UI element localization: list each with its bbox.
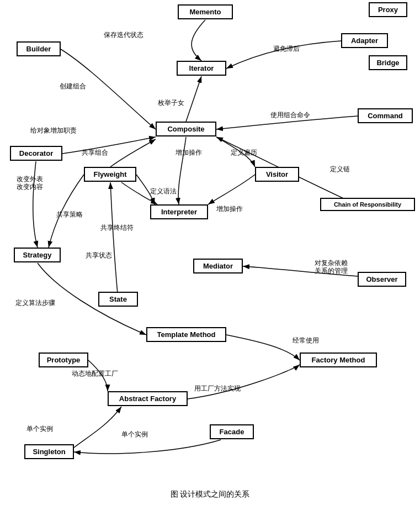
label-4: 使用组合命令 (270, 111, 310, 120)
label-19: 定义算法步骤 (15, 298, 55, 308)
box-memento: Memento (178, 4, 233, 19)
label-11: 增加操作 (216, 204, 243, 214)
label-6: 共享组合 (82, 148, 108, 157)
box-iterator: Iterator (177, 61, 226, 76)
box-factory-method: Factory Method (300, 353, 377, 367)
box-flyweight: Flyweight (84, 167, 136, 182)
box-state: State (98, 292, 138, 307)
label-24: 单个实例 (121, 430, 148, 439)
label-1: 创建组合 (60, 82, 86, 91)
label-21: 动态地配置工厂 (72, 369, 118, 378)
label-16: 共享状态 (86, 251, 112, 260)
label-10: 定义语法 (150, 187, 177, 196)
label-13: 改变内容 (17, 182, 43, 192)
box-adapter: Adapter (341, 33, 388, 48)
box-observer: Observer (358, 272, 406, 287)
label-18: 关系的管理 (315, 266, 348, 276)
box-visitor: Visitor (255, 167, 299, 182)
label-9: 定义链 (330, 165, 350, 174)
label-22: 用工厂方法实现 (194, 384, 241, 393)
label-23: 单个实例 (26, 424, 53, 434)
box-bridge: Bridge (369, 55, 407, 70)
box-mediator: Mediator (193, 259, 243, 273)
box-strategy: Strategy (14, 248, 61, 262)
box-prototype: Prototype (39, 353, 88, 367)
label-0: 保存迭代状态 (104, 30, 143, 40)
box-singleton: Singleton (24, 444, 74, 459)
label-14: 共享策略 (56, 210, 83, 219)
box-decorator: Decorator (10, 146, 62, 161)
label-20: 经常使用 (293, 336, 319, 345)
box-facade: Facade (210, 424, 254, 439)
box-builder: Builder (17, 41, 61, 56)
label-3: 避免滞后 (273, 44, 300, 54)
diagram-container: Memento Proxy Adapter Bridge Builder Ite… (0, 0, 420, 505)
box-composite: Composite (156, 122, 216, 136)
label-5: 给对象增加职责 (30, 126, 77, 135)
box-template-method: Template Method (146, 327, 226, 342)
box-chain: Chain of Responsibility (320, 198, 415, 211)
box-command: Command (358, 108, 413, 123)
label-7: 增加操作 (176, 148, 202, 157)
box-interpreter: Interpreter (150, 204, 208, 219)
diagram-caption: 图 设计模式之间的关系 (0, 490, 420, 499)
label-2: 枚举子女 (158, 98, 184, 108)
label-15: 共享终结符 (100, 223, 134, 233)
box-abstract-factory: Abstract Factory (108, 391, 188, 406)
box-proxy: Proxy (369, 2, 407, 17)
label-8: 定义遍历 (231, 148, 257, 157)
